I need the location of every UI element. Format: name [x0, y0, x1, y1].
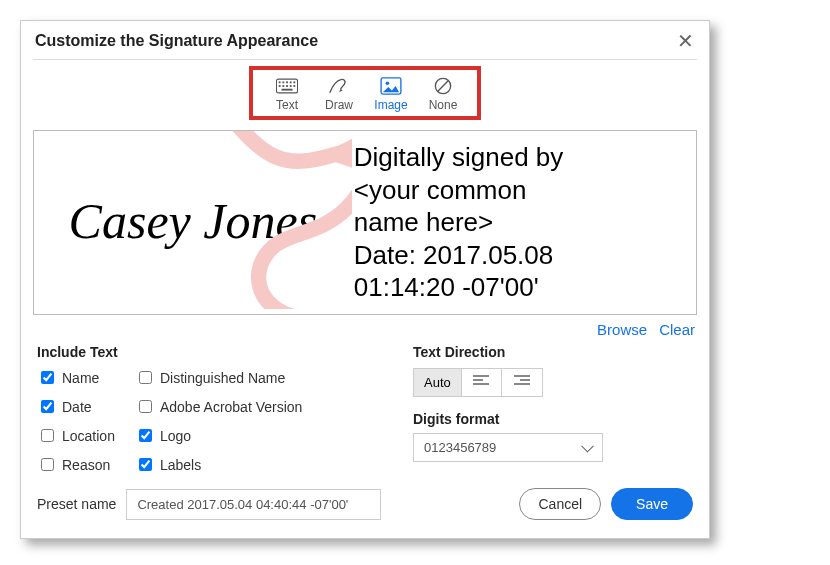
svg-rect-9 — [290, 85, 292, 87]
include-col-1: Name Date Location Reason — [37, 368, 115, 474]
preview-text-block: Digitally signed by <your common name he… — [352, 131, 696, 314]
signature-appearance-dialog: Customize the Signature Appearance ✕ Tex… — [20, 20, 710, 539]
mode-image-label: Image — [374, 98, 407, 112]
divider — [33, 59, 697, 60]
include-text-heading: Include Text — [37, 344, 302, 360]
right-options: Text Direction Auto Digits format 012345… — [413, 344, 693, 474]
chk-date-input[interactable] — [41, 400, 54, 413]
svg-rect-1 — [279, 81, 281, 83]
mode-image[interactable]: Image — [371, 76, 411, 112]
include-text-section: Include Text Name Date Location Reason D… — [37, 344, 302, 474]
chk-logo-input[interactable] — [139, 429, 152, 442]
preview-line-1: Digitally signed by — [354, 141, 690, 174]
align-left-icon — [473, 375, 489, 390]
chk-name-input[interactable] — [41, 371, 54, 384]
dir-auto-button[interactable]: Auto — [414, 369, 462, 396]
close-icon[interactable]: ✕ — [675, 31, 695, 51]
mode-none[interactable]: None — [423, 76, 463, 112]
save-button[interactable]: Save — [611, 488, 693, 520]
mode-text-label: Text — [276, 98, 298, 112]
mode-toolbar: Text Draw Image None — [249, 66, 481, 120]
svg-rect-3 — [286, 81, 288, 83]
chk-location[interactable]: Location — [37, 426, 115, 445]
image-icon — [380, 76, 402, 96]
chk-location-input[interactable] — [41, 429, 54, 442]
signature-preview: Casey Jones Digitally signed by <your co… — [33, 130, 697, 315]
cancel-button[interactable]: Cancel — [519, 488, 601, 520]
preview-links: Browse Clear — [21, 315, 709, 342]
text-direction-heading: Text Direction — [413, 344, 693, 360]
preset-name-label: Preset name — [37, 496, 116, 512]
preview-line-3: name here> — [354, 206, 690, 239]
clear-link[interactable]: Clear — [659, 321, 695, 338]
dialog-header: Customize the Signature Appearance ✕ — [21, 21, 709, 59]
keyboard-icon — [276, 76, 298, 96]
preview-line-5: 01:14:20 -07'00' — [354, 271, 690, 304]
svg-point-13 — [386, 82, 390, 86]
svg-rect-2 — [282, 81, 284, 83]
options-row: Include Text Name Date Location Reason D… — [21, 342, 709, 486]
text-direction-group: Auto — [413, 368, 543, 397]
preset-name-input[interactable] — [126, 489, 381, 520]
svg-rect-6 — [279, 85, 281, 87]
mode-draw-label: Draw — [325, 98, 353, 112]
svg-rect-4 — [290, 81, 292, 83]
svg-rect-11 — [282, 89, 293, 91]
chk-name[interactable]: Name — [37, 368, 115, 387]
chk-date[interactable]: Date — [37, 397, 115, 416]
digits-format-heading: Digits format — [413, 411, 693, 427]
align-right-icon — [514, 375, 530, 390]
browse-link[interactable]: Browse — [597, 321, 647, 338]
chk-distinguished-input[interactable] — [139, 371, 152, 384]
preview-line-4: Date: 2017.05.08 — [354, 239, 690, 272]
dialog-footer: Preset name Cancel Save — [21, 486, 709, 538]
mode-toolbar-highlight: Text Draw Image None — [21, 66, 709, 120]
draw-icon — [328, 76, 350, 96]
svg-rect-8 — [286, 85, 288, 87]
digits-format-value: 0123456789 — [424, 440, 496, 455]
include-col-2: Distinguished Name Adobe Acrobat Version… — [135, 368, 302, 474]
mode-none-label: None — [429, 98, 458, 112]
svg-line-15 — [438, 81, 449, 92]
svg-rect-7 — [282, 85, 284, 87]
none-icon — [432, 76, 454, 96]
svg-rect-10 — [293, 85, 295, 87]
signature-name-preview: Casey Jones — [69, 192, 318, 250]
preview-line-2: <your common — [354, 174, 690, 207]
chk-labels-input[interactable] — [139, 458, 152, 471]
mode-text[interactable]: Text — [267, 76, 307, 112]
digits-format-select[interactable]: 0123456789 — [413, 433, 603, 462]
chk-acrobat-input[interactable] — [139, 400, 152, 413]
mode-draw[interactable]: Draw — [319, 76, 359, 112]
chk-acrobat[interactable]: Adobe Acrobat Version — [135, 397, 302, 416]
chk-logo[interactable]: Logo — [135, 426, 302, 445]
dir-rtl-button[interactable] — [502, 369, 542, 396]
chk-distinguished[interactable]: Distinguished Name — [135, 368, 302, 387]
svg-rect-5 — [293, 81, 295, 83]
chk-reason-input[interactable] — [41, 458, 54, 471]
dialog-title: Customize the Signature Appearance — [35, 32, 318, 50]
dir-ltr-button[interactable] — [462, 369, 502, 396]
include-columns: Name Date Location Reason Distinguished … — [37, 368, 302, 474]
chk-reason[interactable]: Reason — [37, 455, 115, 474]
preview-left: Casey Jones — [34, 131, 352, 314]
chk-labels[interactable]: Labels — [135, 455, 302, 474]
